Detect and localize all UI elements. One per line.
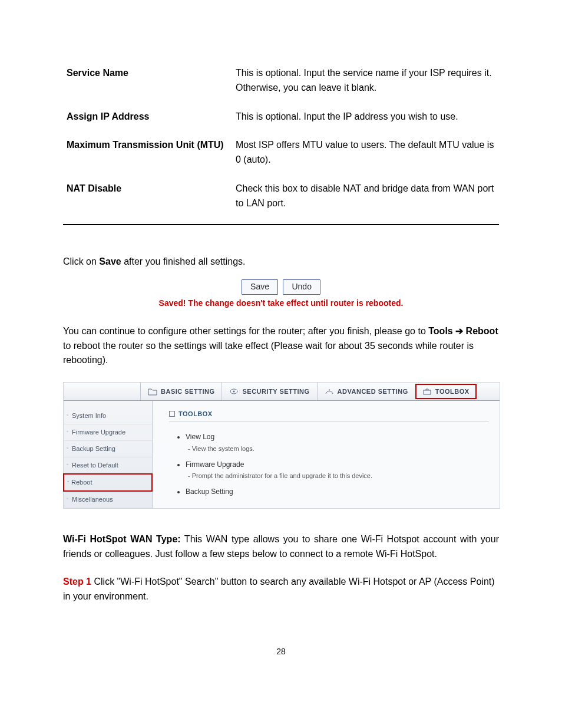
tab-label: TOOLBOX	[435, 387, 470, 397]
tab-advanced-setting[interactable]: ADVANCED SETTING	[317, 383, 415, 400]
def-text: Most ISP offers MTU value to users. The …	[232, 131, 499, 174]
undo-button[interactable]: Undo	[283, 279, 320, 295]
wifi-hotspot-label: Wi-Fi HotSpot WAN Type:	[63, 534, 181, 544]
sidebar-item-reset-default[interactable]: Reset to Default	[64, 457, 152, 474]
sidebar-item-firmware-upgrade[interactable]: Firmware Upgrade	[64, 424, 152, 441]
sidebar-item-miscellaneous[interactable]: Miscellaneous	[64, 492, 152, 508]
square-icon	[169, 411, 175, 417]
main-panel: TOOLBOX View Log - View the system logs.…	[153, 401, 500, 508]
tab-bar: BASIC SETTING SECURITY SETTING ADVANCED …	[64, 383, 500, 401]
list-item: Firmware Upgrade - Prompt the administra…	[186, 459, 489, 485]
tools-reboot-label: Tools ➔ Reboot	[428, 326, 498, 336]
list-item-title: View Log	[186, 433, 214, 441]
text: You can continue to configure other sett…	[63, 326, 428, 336]
tab-label: BASIC SETTING	[161, 387, 214, 397]
sidebar-item-reboot[interactable]: Reboot	[63, 473, 153, 492]
sidebar: System Info Firmware Upgrade Backup Sett…	[64, 401, 153, 508]
saved-message: Saved! The change doesn't take effect un…	[63, 297, 499, 310]
def-label: NAT Disable	[63, 174, 232, 218]
router-admin-screenshot: BASIC SETTING SECURITY SETTING ADVANCED …	[63, 382, 500, 509]
click-save-paragraph: Click on Save after you finished all set…	[63, 255, 499, 269]
save-word: Save	[99, 256, 121, 266]
advanced-icon	[325, 387, 334, 396]
text: to reboot the router so the settings wil…	[63, 341, 474, 365]
list-item-desc: - Prompt the administrator for a file an…	[186, 470, 489, 485]
svg-rect-2	[424, 390, 431, 394]
save-button[interactable]: Save	[242, 279, 278, 295]
tab-label: ADVANCED SETTING	[338, 387, 408, 397]
eye-icon	[229, 387, 239, 396]
tab-basic-setting[interactable]: BASIC SETTING	[140, 383, 222, 400]
tab-security-setting[interactable]: SECURITY SETTING	[222, 383, 316, 400]
step-label: Step 1	[63, 577, 91, 587]
def-text: This is optional. Input the service name…	[232, 59, 499, 103]
text: after you finished all settings.	[121, 256, 246, 266]
def-text: This is optional. Input the IP address y…	[232, 103, 499, 131]
step1-paragraph: Step 1 Click "Wi-Fi HotSpot" Search" but…	[63, 575, 499, 604]
feature-list: View Log - View the system logs. Firmwar…	[169, 431, 489, 498]
list-item-title: Firmware Upgrade	[186, 460, 244, 469]
button-row: Save Undo	[63, 279, 499, 295]
def-label: Assign IP Address	[63, 103, 232, 131]
text: Click "Wi-Fi HotSpot" Search" button to …	[63, 577, 495, 601]
sidebar-item-system-info[interactable]: System Info	[64, 408, 152, 424]
def-text: Check this box to disable NAT and bridge…	[232, 174, 499, 218]
panel-title: TOOLBOX	[169, 409, 489, 422]
reboot-instruction-paragraph: You can continue to configure other sett…	[63, 324, 499, 368]
wifi-hotspot-paragraph: Wi-Fi HotSpot WAN Type: This WAN type al…	[63, 532, 499, 562]
svg-point-1	[233, 391, 235, 393]
tab-toolbox[interactable]: TOOLBOX	[415, 384, 477, 399]
panel-title-text: TOOLBOX	[178, 410, 213, 417]
def-label: Service Name	[63, 59, 232, 103]
list-item: Backup Setting	[186, 486, 489, 498]
folder-icon	[148, 387, 157, 396]
text: Click on	[63, 256, 99, 266]
page-number: 28	[63, 645, 499, 658]
toolbox-icon	[422, 387, 432, 396]
table-divider	[63, 224, 499, 225]
list-item-title: Backup Setting	[186, 487, 233, 496]
list-item: View Log - View the system logs.	[186, 431, 489, 457]
sidebar-item-backup-setting[interactable]: Backup Setting	[64, 441, 152, 457]
tab-label: SECURITY SETTING	[242, 387, 309, 397]
settings-definition-table: Service Name This is optional. Input the…	[63, 59, 499, 218]
def-label: Maximum Transmission Unit (MTU)	[63, 131, 232, 174]
list-item-desc: - View the system logs.	[186, 443, 489, 457]
